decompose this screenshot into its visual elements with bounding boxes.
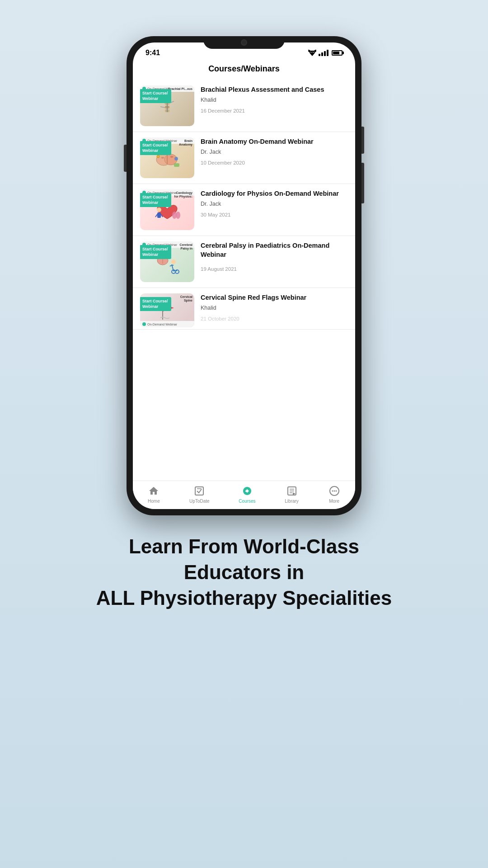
phone-shell: 9:41 (127, 36, 361, 515)
nav-item-uptodate[interactable]: UpToDate (185, 485, 214, 504)
course-date-3: 30 May 2021 (201, 212, 348, 217)
nav-item-home[interactable]: Home (143, 485, 164, 504)
nav-item-library[interactable]: Library (280, 485, 303, 504)
phone-button-power (361, 127, 364, 154)
svg-point-38 (335, 491, 337, 492)
course-name-5: Cervical Spine Red Flags Webinar (201, 293, 348, 302)
course-info-2: Brain Anatomy On-Demand Webinar Dr. Jack… (201, 137, 348, 165)
svg-point-22 (176, 212, 180, 219)
course-date-4: 19 August 2021 (201, 266, 348, 272)
course-info-3: Cardiology for Physios On-Demand Webinar… (201, 189, 348, 217)
course-name-3: Cardiology for Physios On-Demand Webinar (201, 189, 348, 198)
svg-line-19 (155, 214, 157, 217)
course-item-2[interactable]: BrainAnatomy Start Course/Webinar (133, 132, 355, 184)
uptodate-icon (193, 485, 206, 497)
tagline-line1: Learn From World-Class (96, 533, 392, 559)
nav-item-more[interactable]: More (324, 485, 345, 504)
nav-label-home: Home (148, 499, 160, 504)
course-thumbnail-4: CerebralPalsy in Start Course/Webinar (140, 241, 194, 282)
course-date-1: 16 December 2021 (201, 108, 348, 113)
thumb-label-5: On-Demand Webinar (140, 321, 194, 327)
svg-point-15 (174, 157, 178, 160)
status-icons (308, 50, 343, 56)
course-author-2: Dr. Jack (201, 149, 348, 155)
svg-point-37 (333, 491, 335, 492)
phone-button-volume-up (124, 145, 127, 172)
nav-label-library: Library (285, 499, 299, 504)
course-info-4: Cerebral Palsy in Paediatrics On-Demand … (201, 241, 348, 272)
status-time: 9:41 (145, 49, 160, 57)
signal-icon (319, 50, 328, 56)
course-thumbnail-1: Brachial Pl...xus Start Course/Webinar (140, 85, 194, 126)
phone-button-volume-down (361, 163, 364, 203)
course-name-2: Brain Anatomy On-Demand Webinar (201, 137, 348, 146)
phone-camera (241, 39, 247, 46)
library-icon (286, 485, 298, 497)
courses-icon (241, 485, 253, 497)
course-author-1: Khalid (201, 97, 348, 103)
course-thumbnail-2: BrainAnatomy Start Course/Webinar (140, 137, 194, 178)
nav-label-uptodate: UpToDate (189, 499, 209, 504)
tagline-line3: ALL Physiotherapy Specialities (96, 585, 392, 611)
wifi-icon (308, 50, 316, 56)
course-info-5: Cervical Spine Red Flags Webinar Khalid … (201, 293, 348, 321)
nav-item-courses[interactable]: Courses (234, 485, 260, 504)
course-name-4: Cerebral Palsy in Paediatrics On-Demand … (201, 241, 348, 259)
course-thumbnail-5: CervicalSpine Start Course/Webinar On-De… (140, 293, 194, 327)
battery-icon (332, 50, 343, 56)
course-name-1: Brachial Plexus Assessment and Cases (201, 85, 348, 94)
start-button-3[interactable]: Start Course/Webinar (140, 193, 171, 207)
nav-label-more: More (329, 499, 339, 504)
course-item-1[interactable]: Brachial Pl...xus Start Course/Webinar (133, 80, 355, 132)
start-button-2[interactable]: Start Course/Webinar (140, 141, 171, 155)
page-title: Courses/Webinars (208, 64, 280, 73)
thumb-title-3: Cardiologyfor Physios: (174, 191, 192, 199)
svg-rect-30 (195, 487, 203, 495)
course-item-5[interactable]: CervicalSpine Start Course/Webinar On-De… (133, 288, 355, 330)
start-button-1[interactable]: Start Course/Webinar (140, 89, 171, 103)
svg-line-9 (160, 107, 165, 108)
tagline-section: Learn From World-Class Educators in ALL … (69, 533, 419, 611)
bottom-nav: Home UpToDate (133, 481, 355, 509)
phone-notch (203, 36, 285, 49)
thumb-title-1: Brachial Pl...xus (168, 87, 192, 91)
course-author-5: Khalid (201, 305, 348, 311)
svg-point-17 (157, 208, 161, 212)
thumb-title-2: BrainAnatomy (179, 139, 192, 147)
course-date-5: 21 October 2020 (201, 316, 348, 321)
svg-rect-16 (174, 163, 179, 167)
thumb-title-4: CerebralPalsy in (180, 243, 192, 251)
thumb-title-5: CervicalSpine (180, 295, 192, 303)
course-list[interactable]: Brachial Pl...xus Start Course/Webinar (133, 80, 355, 481)
phone-screen: 9:41 (133, 42, 355, 509)
home-icon (147, 485, 160, 497)
course-thumbnail-3: Cardiologyfor Physios: Start Course/Webi… (140, 189, 194, 230)
page-header: Courses/Webinars (133, 60, 355, 80)
svg-point-25 (171, 259, 176, 264)
course-item-3[interactable]: Cardiologyfor Physios: Start Course/Webi… (133, 184, 355, 236)
svg-point-14 (157, 155, 160, 158)
course-author-3: Dr. Jack (201, 201, 348, 207)
more-icon (328, 485, 341, 497)
course-item-4[interactable]: CerebralPalsy in Start Course/Webinar (133, 236, 355, 288)
start-button-4[interactable]: Start Course/Webinar (140, 245, 171, 259)
start-button-5[interactable]: Start Course/Webinar (140, 297, 171, 311)
svg-point-36 (332, 491, 333, 492)
course-date-2: 10 December 2020 (201, 160, 348, 165)
nav-label-courses: Courses (239, 499, 255, 504)
svg-rect-18 (157, 212, 161, 218)
tagline-line2: Educators in (96, 559, 392, 585)
course-info-1: Brachial Plexus Assessment and Cases Kha… (201, 85, 348, 113)
